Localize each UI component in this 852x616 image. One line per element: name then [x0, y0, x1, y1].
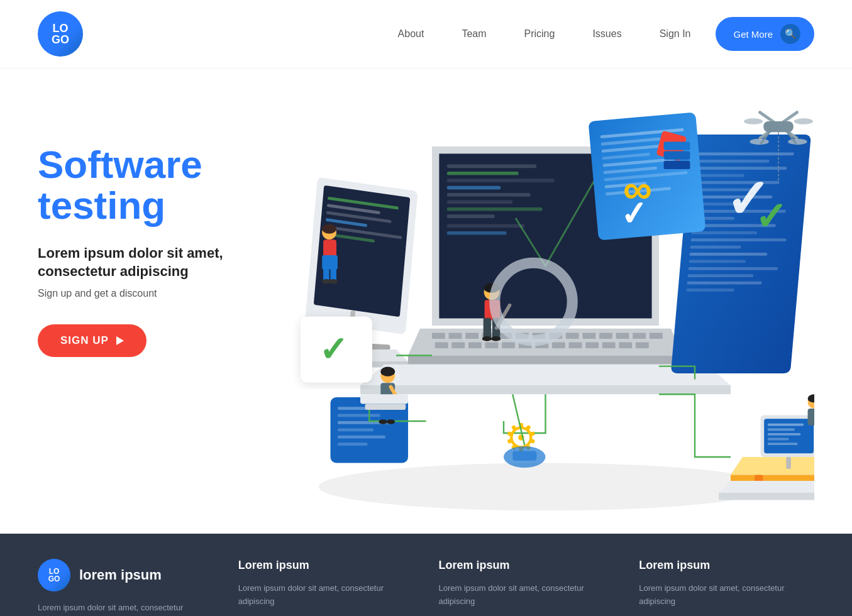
svg-rect-86 — [605, 182, 647, 189]
svg-rect-129 — [492, 318, 500, 339]
svg-rect-70 — [690, 246, 741, 249]
svg-rect-22 — [447, 214, 495, 218]
svg-text:⚙: ⚙ — [504, 416, 539, 459]
svg-text:✓: ✓ — [319, 330, 348, 369]
svg-rect-120 — [322, 255, 338, 270]
svg-rect-106 — [758, 110, 799, 140]
nav-issues[interactable]: Issues — [592, 28, 621, 40]
svg-rect-78 — [589, 112, 706, 240]
svg-rect-5 — [326, 211, 392, 223]
hero-title: Software testing — [38, 144, 277, 226]
svg-rect-21 — [447, 207, 543, 211]
svg-text:∞: ∞ — [623, 167, 652, 212]
svg-rect-66 — [692, 217, 734, 220]
footer-logo-icon: LO GO — [38, 559, 70, 591]
svg-rect-67 — [692, 224, 775, 228]
svg-rect-146 — [755, 475, 763, 499]
svg-rect-50 — [585, 343, 599, 349]
svg-rect-34 — [549, 333, 562, 339]
svg-marker-12 — [313, 361, 408, 368]
svg-point-124 — [329, 279, 338, 284]
footer-col-4: Lorem ipsum Lorem ipsum dolor sit amet, … — [639, 559, 814, 616]
svg-rect-108 — [763, 121, 794, 132]
svg-rect-65 — [693, 210, 786, 213]
svg-line-114 — [787, 132, 796, 144]
svg-rect-2 — [314, 185, 411, 317]
footer-col3-title: Lorem ipsum — [439, 559, 614, 572]
svg-rect-9 — [348, 311, 355, 343]
svg-point-134 — [380, 368, 395, 383]
svg-rect-155 — [786, 457, 791, 469]
svg-rect-75 — [687, 282, 761, 285]
svg-rect-48 — [552, 343, 565, 349]
svg-rect-43 — [468, 343, 482, 349]
svg-marker-26 — [408, 356, 683, 365]
nav-pricing[interactable]: Pricing — [524, 28, 555, 40]
svg-rect-38 — [616, 333, 629, 339]
svg-rect-7 — [325, 225, 402, 239]
svg-rect-16 — [447, 172, 519, 175]
svg-marker-14 — [439, 153, 651, 318]
get-more-button[interactable]: Get More 🔍 — [716, 17, 814, 51]
svg-marker-11 — [313, 349, 408, 361]
svg-marker-25 — [408, 329, 683, 356]
scene: ✓ ✓ — [277, 94, 814, 534]
svg-rect-37 — [599, 333, 612, 339]
svg-rect-23 — [447, 224, 525, 228]
svg-rect-64 — [694, 202, 748, 206]
footer-col2-text1: Lorem ipsum dolor sit amet, consectetur … — [238, 582, 414, 608]
footer-col2-title: Lorem ipsum — [238, 559, 414, 572]
illustration-svg: ✓ ✓ — [277, 94, 814, 534]
nav-about[interactable]: About — [398, 28, 424, 40]
svg-rect-119 — [323, 239, 336, 258]
svg-rect-53 — [636, 343, 649, 349]
svg-marker-13 — [432, 146, 659, 326]
svg-rect-72 — [689, 260, 746, 263]
svg-rect-137 — [380, 400, 386, 422]
svg-rect-76 — [686, 289, 734, 292]
svg-rect-49 — [569, 343, 582, 349]
svg-rect-41 — [435, 343, 448, 349]
footer-col-brand: LO GO lorem ipsum Lorem ipsum dolor sit … — [38, 559, 213, 616]
svg-rect-121 — [323, 267, 329, 282]
svg-rect-97 — [338, 443, 368, 446]
svg-rect-4 — [327, 204, 380, 214]
footer-brand-name: lorem ipsum — [79, 567, 162, 583]
svg-marker-54 — [360, 365, 731, 385]
svg-text:✓: ✓ — [755, 195, 787, 238]
svg-point-111 — [750, 139, 768, 145]
svg-rect-85 — [604, 171, 688, 181]
hero-section: Software testing Lorem ipsum dolor sit a… — [0, 69, 852, 534]
svg-rect-141 — [389, 385, 401, 402]
svg-rect-24 — [447, 231, 507, 235]
svg-rect-166 — [808, 409, 814, 426]
svg-rect-128 — [484, 318, 491, 339]
svg-text:✓: ✓ — [725, 170, 770, 229]
svg-rect-62 — [695, 189, 755, 192]
nav-team[interactable]: Team — [462, 28, 486, 40]
svg-marker-167 — [719, 481, 814, 493]
svg-rect-29 — [465, 333, 479, 339]
svg-point-99 — [504, 446, 546, 468]
svg-rect-153 — [768, 438, 788, 441]
footer-logo-row: LO GO lorem ipsum — [38, 559, 213, 591]
svg-marker-168 — [719, 493, 814, 500]
nav-signin[interactable]: Sign In — [660, 28, 691, 40]
footer: LO GO lorem ipsum Lorem ipsum dolor sit … — [0, 534, 852, 616]
logo-icon: LO GO — [38, 11, 83, 57]
svg-point-125 — [484, 284, 500, 300]
signup-button[interactable]: SIGN UP — [38, 324, 147, 357]
svg-rect-148 — [761, 415, 815, 458]
logo[interactable]: LO GO — [38, 11, 83, 57]
svg-rect-101 — [656, 131, 687, 162]
svg-point-126 — [484, 283, 500, 293]
svg-rect-84 — [604, 167, 658, 174]
svg-marker-55 — [360, 385, 731, 394]
svg-point-133 — [495, 263, 573, 341]
svg-rect-102 — [664, 141, 690, 150]
svg-rect-81 — [602, 143, 679, 152]
footer-col4-title: Lorem ipsum — [639, 559, 814, 572]
svg-rect-132 — [494, 303, 512, 331]
svg-rect-71 — [689, 253, 767, 256]
svg-rect-39 — [633, 333, 646, 339]
